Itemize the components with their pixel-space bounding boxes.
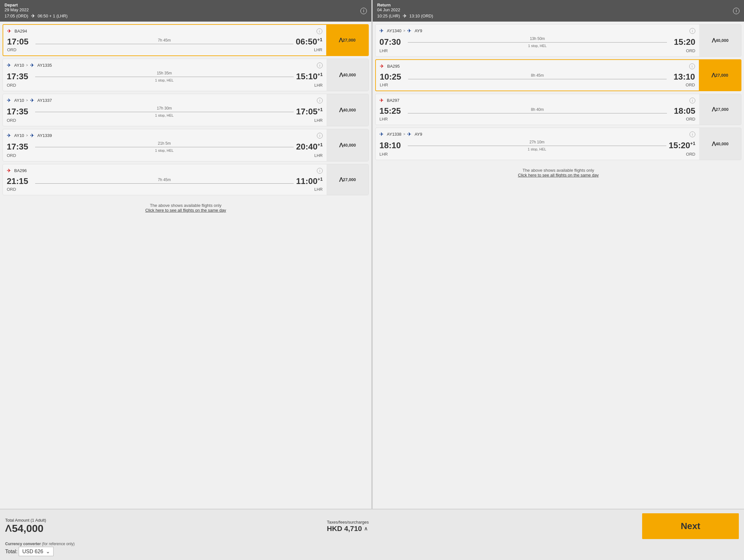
flight-price[interactable]: Ʌ40,000 — [327, 59, 368, 91]
avios-symbol: Ʌ — [339, 107, 343, 114]
flight-info-button[interactable]: i — [690, 28, 695, 34]
flight-card[interactable]: ✈BA297 i 15:25 8h 40m 18:05 LHR ORD Ʌ27,… — [375, 94, 741, 125]
flight-info-button[interactable]: i — [317, 28, 322, 34]
flight-price[interactable]: Ʌ40,000 — [699, 25, 741, 56]
flight-header: ✈BA294 i — [7, 28, 322, 34]
flight-number: AY1339 — [37, 133, 52, 138]
flight-info-button[interactable]: i — [690, 97, 695, 104]
duration-text: 27h 10m — [408, 140, 666, 144]
arrival-suffix: +1 — [690, 141, 695, 146]
arrival-airport: LHR — [314, 187, 323, 192]
price-value: 27,000 — [343, 177, 356, 182]
airline-plane-icon: ✈ — [7, 167, 11, 174]
flight-header: ✈BA297 i — [379, 97, 695, 104]
arrival-time: 06:50+1 — [296, 37, 322, 47]
price-avios: Ʌ27,000 — [712, 106, 729, 113]
chevron-icon: > — [26, 98, 28, 102]
flight-info-button[interactable]: i — [317, 133, 323, 138]
taxes-label: Taxes/fees/surcharges — [327, 520, 642, 525]
flight-card[interactable]: ✈AY10 > ✈AY1337 i 17:35 17h 30m 1 stop, … — [3, 94, 369, 126]
flight-times: 17:35 15h 35m 1 stop, HEL 15:10+1 — [7, 71, 323, 82]
flight-number: BA296 — [14, 168, 27, 173]
airline-plane-icon: ✈ — [30, 132, 34, 138]
arrival-time: 13:10 — [669, 72, 695, 82]
departure-time: 15:25 — [379, 106, 405, 116]
flight-number: AY9 — [415, 132, 422, 136]
flight-number: AY10 — [14, 133, 24, 138]
flight-times: 18:10 27h 10m 1 stop, HEL 15:20+1 — [379, 140, 695, 151]
price-avios: Ʌ40,000 — [339, 107, 356, 114]
return-flights-list: ✈AY1340 > ✈AY9 i 07:30 13h 50m 1 stop, H… — [373, 24, 744, 160]
price-value: 27,000 — [343, 38, 356, 43]
flight-info-button[interactable]: i — [689, 64, 695, 69]
airline-info: ✈AY10 > ✈AY1339 — [7, 132, 52, 138]
price-value: 40,000 — [343, 143, 356, 148]
departure-airport: ORD — [7, 187, 16, 192]
currency-selector[interactable]: USD 626 ⌄ — [19, 547, 53, 556]
stop-info: 1 stop, HEL — [408, 147, 666, 151]
airline-plane-icon: ✈ — [379, 97, 384, 104]
price-avios: Ʌ40,000 — [712, 141, 729, 148]
arrival-time: 11:00+1 — [296, 176, 323, 186]
return-footer-link[interactable]: Click here to see all flights on the sam… — [375, 173, 741, 177]
depart-footer-link[interactable]: Click here to see all flights on the sam… — [3, 208, 369, 213]
flight-price[interactable]: Ʌ27,000 — [699, 94, 741, 125]
currency-value: USD 626 — [22, 549, 43, 555]
airport-codes: LHR ORD — [379, 117, 695, 121]
flight-card[interactable]: ✈AY1338 > ✈AY9 i 18:10 27h 10m 1 stop, H… — [375, 128, 741, 160]
flight-card[interactable]: ✈AY1340 > ✈AY9 i 07:30 13h 50m 1 stop, H… — [375, 24, 741, 57]
arrival-time: 18:05 — [670, 106, 695, 116]
price-avios: Ʌ27,000 — [339, 176, 356, 183]
flight-card-body: ✈AY1340 > ✈AY9 i 07:30 13h 50m 1 stop, H… — [376, 25, 699, 56]
duration-section: 7h 45m — [33, 38, 296, 45]
flight-price[interactable]: Ʌ27,000 — [327, 164, 368, 195]
bottom-bar-top: Total Amount (1 Adult) Ʌ 54,000 Taxes/fe… — [5, 513, 739, 539]
duration-line — [35, 183, 294, 184]
return-to: 13:10 (ORD) — [409, 13, 433, 18]
depart-header-left: Depart 29 May 2022 17:05 (ORD) ✈ 06:50 +… — [4, 3, 357, 19]
price-value: 40,000 — [343, 73, 356, 77]
taxes-amount: HKD 4,710 ∧ — [327, 525, 642, 533]
airport-codes: LHR ORD — [380, 82, 695, 87]
flight-price[interactable]: Ʌ40,000 — [327, 94, 368, 126]
airline-info: ✈BA297 — [379, 97, 399, 104]
depart-flights-list: ✈BA294 i 17:05 7h 45m 06:50+1 ORD LHR Ʌ2… — [0, 24, 371, 195]
price-value: 27,000 — [716, 107, 729, 112]
flight-price[interactable]: Ʌ27,000 — [699, 60, 741, 90]
departure-time: 17:35 — [7, 72, 33, 82]
flight-card-body: ✈AY10 > ✈AY1335 i 17:35 15h 35m 1 stop, … — [3, 59, 327, 91]
flight-info-button[interactable]: i — [317, 63, 323, 68]
flight-price[interactable]: Ʌ40,000 — [327, 129, 368, 161]
flight-price[interactable]: Ʌ40,000 — [699, 128, 741, 160]
stop-info: 1 stop, HEL — [35, 149, 294, 152]
flight-info-button[interactable]: i — [317, 97, 323, 104]
departure-time: 21:15 — [7, 176, 33, 186]
flight-card[interactable]: ✈AY10 > ✈AY1339 i 17:35 21h 5m 1 stop, H… — [3, 129, 369, 161]
departure-airport: LHR — [379, 117, 388, 121]
next-button[interactable]: Next — [642, 513, 739, 539]
airport-codes: ORD LHR — [7, 153, 323, 158]
depart-from: 17:05 (ORD) — [4, 13, 28, 18]
return-info-button[interactable]: i — [733, 8, 740, 14]
departure-time: 17:35 — [7, 142, 33, 152]
departure-time: 10:25 — [380, 72, 406, 82]
flight-header: ✈AY1340 > ✈AY9 i — [379, 28, 695, 34]
flight-card[interactable]: ✈AY10 > ✈AY1335 i 17:35 15h 35m 1 stop, … — [3, 58, 369, 91]
flight-card[interactable]: ✈BA295 i 10:25 8h 45m 13:10 LHR ORD Ʌ27,… — [375, 59, 741, 91]
arrival-suffix: +1 — [317, 37, 322, 42]
departure-airport: LHR — [379, 152, 388, 157]
bottom-bar: Total Amount (1 Adult) Ʌ 54,000 Taxes/fe… — [0, 509, 744, 560]
flight-number: AY1340 — [387, 28, 401, 33]
departure-airport: LHR — [379, 48, 388, 53]
flight-info-button[interactable]: i — [690, 131, 695, 137]
flight-card-body: ✈BA296 i 21:15 7h 45m 11:00+1 ORD LHR — [3, 164, 327, 195]
departure-airport: LHR — [380, 82, 388, 87]
departure-airport: ORD — [7, 118, 16, 123]
depart-info-button[interactable]: i — [360, 8, 367, 14]
flight-price[interactable]: Ʌ27,000 — [326, 25, 368, 55]
duration-line — [408, 42, 667, 43]
flight-card[interactable]: ✈BA294 i 17:05 7h 45m 06:50+1 ORD LHR Ʌ2… — [3, 24, 369, 56]
flight-card[interactable]: ✈BA296 i 21:15 7h 45m 11:00+1 ORD LHR Ʌ2… — [3, 164, 369, 195]
arrival-time: 15:20 — [670, 37, 695, 47]
flight-info-button[interactable]: i — [317, 168, 323, 174]
